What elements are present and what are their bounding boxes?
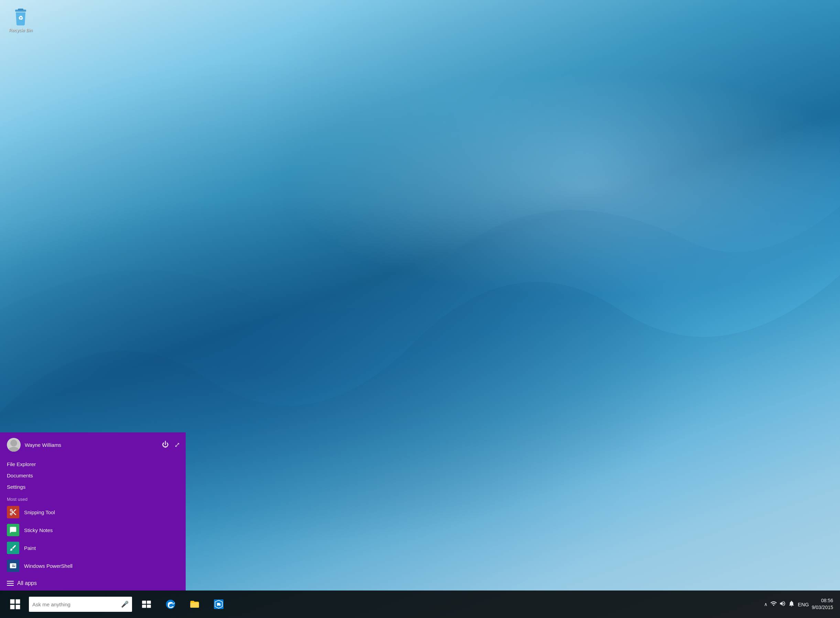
tray-expand-icon[interactable]: ∧ xyxy=(764,602,767,607)
taskbar-apps: ⛟ xyxy=(135,592,230,617)
recycle-bin-graphic: ♻ xyxy=(12,8,29,26)
quick-link-settings[interactable]: Settings xyxy=(0,481,186,493)
user-section: Wayne Williams ⏻ ⤢ xyxy=(0,432,186,457)
app-name-sticky-notes: Sticky Notes xyxy=(24,527,53,533)
taskbar: 🎤 xyxy=(0,590,840,618)
quick-link-documents[interactable]: Documents xyxy=(0,470,186,481)
expand-icon[interactable]: ⤢ xyxy=(174,441,180,449)
volume-icon[interactable] xyxy=(779,600,786,609)
svg-text:⛟: ⛟ xyxy=(217,602,221,607)
sticky-notes-icon xyxy=(7,524,19,536)
quick-link-file-explorer[interactable]: File Explorer xyxy=(0,459,186,470)
clock-date: 9/03/2015 xyxy=(812,604,833,611)
task-view-button[interactable] xyxy=(135,592,158,617)
header-icons: ⏻ ⤢ xyxy=(162,441,180,449)
system-tray: ∧ ENG 08:56 xyxy=(764,597,837,611)
app-item-paint[interactable]: Paint xyxy=(0,539,186,557)
svg-rect-9 xyxy=(10,605,15,609)
network-icon[interactable] xyxy=(770,600,777,609)
app-name-snipping-tool: Snipping Tool xyxy=(24,510,55,515)
paint-icon xyxy=(7,542,19,554)
svg-rect-8 xyxy=(16,599,20,604)
user-avatar[interactable] xyxy=(7,438,21,452)
svg-rect-13 xyxy=(142,605,146,608)
file-explorer-button[interactable] xyxy=(183,592,206,617)
svg-rect-3 xyxy=(18,9,23,10)
svg-rect-14 xyxy=(147,605,151,608)
svg-rect-7 xyxy=(10,599,15,604)
snipping-tool-icon xyxy=(7,506,19,518)
svg-rect-10 xyxy=(16,605,20,609)
clock-time: 08:56 xyxy=(812,597,833,604)
svg-rect-12 xyxy=(147,601,151,604)
tray-icons xyxy=(770,600,795,609)
app-name-paint: Paint xyxy=(24,545,36,551)
system-clock[interactable]: 08:56 9/03/2015 xyxy=(812,597,833,611)
power-icon[interactable]: ⏻ xyxy=(162,441,169,449)
hamburger-icon xyxy=(7,581,14,586)
notification-icon[interactable] xyxy=(788,600,795,609)
svg-rect-11 xyxy=(142,601,146,604)
start-menu: Wayne Williams ⏻ ⤢ File Explorer Documen… xyxy=(0,432,186,590)
app-item-powershell[interactable]: Windows PowerShell xyxy=(0,557,186,575)
all-apps-section[interactable]: All apps xyxy=(0,576,186,590)
most-used-label: Most used xyxy=(0,494,186,503)
powershell-icon xyxy=(7,560,19,572)
quick-links: File Explorer Documents Settings xyxy=(0,457,186,494)
search-bar[interactable]: 🎤 xyxy=(29,597,132,612)
recycle-bin-icon[interactable]: ♻ Recycle Bin xyxy=(7,7,34,34)
svg-point-5 xyxy=(10,440,17,447)
windows-store-button[interactable]: ⛟ xyxy=(207,592,230,617)
start-button[interactable] xyxy=(3,592,28,617)
app-item-sticky-notes[interactable]: Sticky Notes xyxy=(0,521,186,539)
search-input[interactable] xyxy=(32,602,121,608)
edge-browser-button[interactable] xyxy=(159,592,182,617)
app-name-powershell: Windows PowerShell xyxy=(24,563,73,569)
all-apps-label: All apps xyxy=(17,580,37,586)
svg-text:♻: ♻ xyxy=(18,15,23,21)
svg-point-6 xyxy=(8,447,19,452)
app-list: Snipping Tool Sticky Notes Paint xyxy=(0,503,186,576)
app-item-snipping-tool[interactable]: Snipping Tool xyxy=(0,503,186,521)
recycle-bin-label: Recycle Bin xyxy=(9,28,33,33)
svg-rect-16 xyxy=(190,603,199,608)
user-name: Wayne Williams xyxy=(25,442,179,448)
microphone-icon[interactable]: 🎤 xyxy=(121,600,129,608)
language-indicator[interactable]: ENG xyxy=(798,602,809,608)
